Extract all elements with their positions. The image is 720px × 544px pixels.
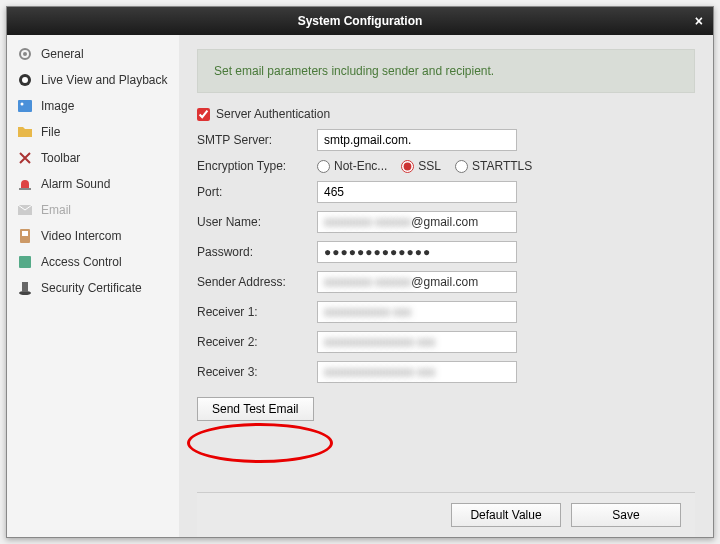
sidebar-item-label: Alarm Sound bbox=[41, 177, 110, 191]
user-label: User Name: bbox=[197, 215, 317, 229]
sidebar-item-label: General bbox=[41, 47, 84, 61]
sidebar-item-email[interactable]: Email bbox=[7, 197, 179, 223]
info-banner: Set email parameters including sender an… bbox=[197, 49, 695, 93]
svg-rect-4 bbox=[18, 100, 32, 112]
svg-point-3 bbox=[22, 77, 28, 83]
save-button[interactable]: Save bbox=[571, 503, 681, 527]
banner-text: Set email parameters including sender an… bbox=[214, 64, 494, 78]
sidebar-item-label: Video Intercom bbox=[41, 229, 122, 243]
svg-rect-12 bbox=[22, 282, 28, 292]
tools-icon bbox=[17, 150, 33, 166]
r1-input[interactable]: xxxxxxxxxxx xxx bbox=[317, 301, 517, 323]
camera-icon bbox=[17, 72, 33, 88]
enc-starttls[interactable]: STARTTLS bbox=[455, 159, 532, 173]
svg-point-1 bbox=[23, 52, 27, 56]
access-icon bbox=[17, 254, 33, 270]
row-username: User Name: xxxxxxxx xxxxxx@gmail.com bbox=[197, 211, 695, 233]
password-label: Password: bbox=[197, 245, 317, 259]
window-title: System Configuration bbox=[298, 14, 423, 28]
mail-icon bbox=[17, 202, 33, 218]
gear-icon bbox=[17, 46, 33, 62]
sidebar-item-general[interactable]: General bbox=[7, 41, 179, 67]
port-label: Port: bbox=[197, 185, 317, 199]
svg-point-5 bbox=[21, 103, 24, 106]
sidebar-item-intercom[interactable]: Video Intercom bbox=[7, 223, 179, 249]
alarm-icon bbox=[17, 176, 33, 192]
sidebar-item-label: Live View and Playback bbox=[41, 73, 168, 87]
port-input[interactable] bbox=[317, 181, 517, 203]
enc-ssl[interactable]: SSL bbox=[401, 159, 441, 173]
intercom-icon bbox=[17, 228, 33, 244]
sidebar-item-liveview[interactable]: Live View and Playback bbox=[7, 67, 179, 93]
enc-none[interactable]: Not-Enc... bbox=[317, 159, 387, 173]
r2-label: Receiver 2: bbox=[197, 335, 317, 349]
image-icon bbox=[17, 98, 33, 114]
smtp-input[interactable] bbox=[317, 129, 517, 151]
r3-label: Receiver 3: bbox=[197, 365, 317, 379]
close-icon[interactable]: × bbox=[695, 13, 703, 29]
sender-label: Sender Address: bbox=[197, 275, 317, 289]
folder-icon bbox=[17, 124, 33, 140]
default-value-button[interactable]: Default Value bbox=[451, 503, 561, 527]
highlight-ellipse bbox=[187, 423, 333, 463]
svg-rect-6 bbox=[19, 188, 31, 190]
config-window: System Configuration × General Live View… bbox=[6, 6, 714, 538]
svg-rect-10 bbox=[19, 256, 31, 268]
sidebar-item-label: Access Control bbox=[41, 255, 122, 269]
sender-input[interactable]: xxxxxxxx xxxxxx@gmail.com bbox=[317, 271, 517, 293]
sidebar-item-label: Email bbox=[41, 203, 71, 217]
sidebar-item-label: Image bbox=[41, 99, 74, 113]
sidebar-item-security[interactable]: Security Certificate bbox=[7, 275, 179, 301]
row-receiver2: Receiver 2: xxxxxxxxxxxxxxx xxx bbox=[197, 331, 695, 353]
svg-rect-9 bbox=[22, 231, 28, 236]
sidebar-item-toolbar[interactable]: Toolbar bbox=[7, 145, 179, 171]
send-test-email-button[interactable]: Send Test Email bbox=[197, 397, 314, 421]
smtp-label: SMTP Server: bbox=[197, 133, 317, 147]
password-input[interactable]: ●●●●●●●●●●●●● bbox=[317, 241, 517, 263]
sidebar-item-alarm[interactable]: Alarm Sound bbox=[7, 171, 179, 197]
footer: Default Value Save bbox=[197, 492, 695, 537]
sidebar-item-file[interactable]: File bbox=[7, 119, 179, 145]
certificate-icon bbox=[17, 280, 33, 296]
sidebar-item-label: File bbox=[41, 125, 60, 139]
main-panel: Set email parameters including sender an… bbox=[179, 35, 713, 537]
sidebar-item-image[interactable]: Image bbox=[7, 93, 179, 119]
server-auth-checkbox[interactable] bbox=[197, 108, 210, 121]
r2-input[interactable]: xxxxxxxxxxxxxxx xxx bbox=[317, 331, 517, 353]
sidebar-item-access[interactable]: Access Control bbox=[7, 249, 179, 275]
row-sender: Sender Address: xxxxxxxx xxxxxx@gmail.co… bbox=[197, 271, 695, 293]
row-server-auth: Server Authentication bbox=[197, 107, 695, 121]
server-auth-label: Server Authentication bbox=[216, 107, 330, 121]
r3-input[interactable]: xxxxxxxxxxxxxxx xxx bbox=[317, 361, 517, 383]
sidebar-item-label: Security Certificate bbox=[41, 281, 142, 295]
row-port: Port: bbox=[197, 181, 695, 203]
row-smtp: SMTP Server: bbox=[197, 129, 695, 151]
user-input[interactable]: xxxxxxxx xxxxxx@gmail.com bbox=[317, 211, 517, 233]
titlebar: System Configuration × bbox=[7, 7, 713, 35]
row-receiver1: Receiver 1: xxxxxxxxxxx xxx bbox=[197, 301, 695, 323]
row-encryption: Encryption Type: Not-Enc... SSL STARTTLS bbox=[197, 159, 695, 173]
row-password: Password: ●●●●●●●●●●●●● bbox=[197, 241, 695, 263]
enc-label: Encryption Type: bbox=[197, 159, 317, 173]
row-receiver3: Receiver 3: xxxxxxxxxxxxxxx xxx bbox=[197, 361, 695, 383]
sidebar-item-label: Toolbar bbox=[41, 151, 80, 165]
r1-label: Receiver 1: bbox=[197, 305, 317, 319]
sidebar: General Live View and Playback Image Fil… bbox=[7, 35, 179, 537]
